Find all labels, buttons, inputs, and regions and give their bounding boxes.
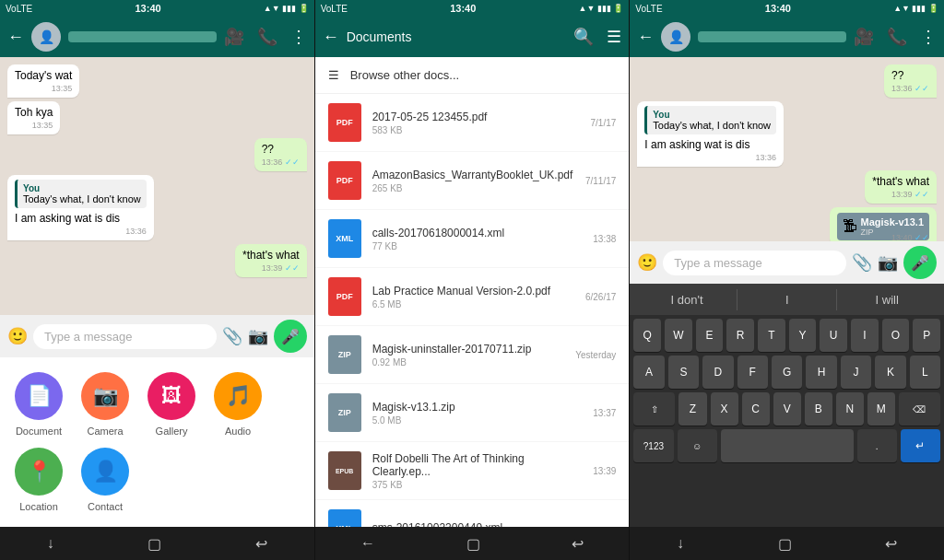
status-volte: VoLTE [6, 4, 32, 14]
key-d[interactable]: D [702, 356, 733, 389]
doc-item-0[interactable]: PDF 2017-05-25 123455.pdf 583 KB 7/1/17 [315, 94, 630, 152]
key-u[interactable]: U [820, 319, 847, 352]
doc-name: Rolf Dobelli The Art of Thinking Clearly… [372, 452, 583, 478]
doc-item-3[interactable]: PDF Lab Practice Manual Version-2.0.pdf … [315, 268, 630, 326]
nav-back-3[interactable]: ↓ [677, 535, 684, 552]
msg-time: 13:39 ✓✓ [872, 190, 929, 199]
key-l[interactable]: L [910, 356, 940, 389]
more-icon-3[interactable]: ⋮ [920, 27, 937, 47]
p3-msg-zip: 🗜 Magisk-v13.1 ZIP 13:40 ✓✓ [830, 207, 937, 241]
attach-audio[interactable]: 🎵 Audio [210, 372, 266, 437]
msg-time: 13:36 ✓✓ [891, 84, 929, 93]
gallery-attach-icon: 🖼 [148, 372, 195, 420]
attach-location[interactable]: 📍 Location [11, 448, 66, 512]
emoji-icon[interactable]: 🙂 [7, 326, 28, 346]
key-x[interactable]: X [711, 392, 738, 426]
key-o[interactable]: O [882, 319, 910, 352]
emoji-icon-3[interactable]: 🙂 [637, 252, 657, 273]
suggestion-1[interactable]: I don't [637, 289, 738, 310]
mic-button-1[interactable]: 🎤 [274, 320, 307, 353]
suggestion-2[interactable]: I [738, 289, 838, 310]
key-g[interactable]: G [772, 356, 802, 389]
key-e[interactable]: E [696, 319, 724, 352]
key-b[interactable]: B [805, 392, 832, 426]
nav-home[interactable]: ▢ [148, 535, 161, 553]
nav-recents[interactable]: ↩ [255, 535, 267, 553]
doc-item-1[interactable]: PDF AmazonBasics_WarrantyBooklet_UK.pdf … [315, 152, 630, 210]
key-q[interactable]: Q [633, 319, 661, 352]
msg-text: I am asking wat is dis [644, 138, 776, 151]
key-z[interactable]: Z [678, 392, 706, 426]
msg-time: 13:39 ✓✓ [242, 263, 300, 273]
back-button-3[interactable]: ← [637, 28, 654, 47]
search-icon[interactable]: 🔍 [573, 27, 594, 47]
key-c[interactable]: C [742, 392, 770, 426]
message-input-1[interactable]: Type a message [33, 324, 217, 349]
attach-contact[interactable]: 👤 Contact [77, 448, 133, 512]
doc-item-7[interactable]: XML sms-20161002200449.xml [315, 500, 630, 527]
mic-button-3[interactable]: 🎤 [903, 246, 937, 279]
nav-back[interactable]: ↓ [47, 535, 54, 552]
key-k[interactable]: K [875, 356, 905, 389]
key-w[interactable]: W [665, 319, 692, 352]
camera-icon[interactable]: 📷 [248, 326, 268, 346]
key-h[interactable]: H [806, 356, 836, 389]
key-r[interactable]: R [726, 319, 754, 352]
video-icon-3[interactable]: 🎥 [854, 27, 874, 47]
phone-icon[interactable]: 📞 [257, 27, 277, 47]
status-time-1: 13:40 [135, 3, 160, 14]
attach-icon-3[interactable]: 📎 [852, 252, 872, 273]
nav-recents-3[interactable]: ↩ [885, 535, 897, 553]
key-p[interactable]: P [913, 319, 940, 352]
key-shift[interactable]: ⇧ [633, 392, 675, 426]
key-y[interactable]: Y [789, 319, 817, 352]
more-icon[interactable]: ⋮ [290, 27, 307, 47]
back-button-1[interactable]: ← [7, 28, 24, 47]
key-t[interactable]: T [758, 319, 785, 352]
filter-icon[interactable]: ☰ [607, 27, 621, 47]
back-button-2[interactable]: ← [323, 28, 339, 47]
video-icon[interactable]: 🎥 [224, 27, 244, 47]
suggestion-3[interactable]: I will [837, 289, 937, 310]
key-emoji[interactable]: ☺ [678, 429, 717, 462]
camera-attach-icon: 📷 [81, 372, 129, 420]
doc-date: 7/11/17 [585, 176, 616, 186]
msg-time: 13:40 ✓✓ [891, 233, 929, 241]
browse-other-docs[interactable]: ☰ Browse other docs... [315, 57, 630, 94]
nav-recents-2[interactable]: ↩ [572, 535, 584, 553]
attach-gallery[interactable]: 🖼 Gallery [144, 372, 199, 437]
tick-marks: ✓✓ [914, 84, 929, 93]
doc-item-6[interactable]: EPUB Rolf Dobelli The Art of Thinking Cl… [315, 442, 630, 500]
attach-document[interactable]: 📄 Document [11, 372, 66, 437]
key-v[interactable]: V [773, 392, 801, 426]
nav-home-3[interactable]: ▢ [778, 535, 792, 553]
key-enter[interactable]: ↵ [901, 429, 940, 462]
doc-item-2[interactable]: XML calls-20170618000014.xml 77 KB 13:38 [315, 210, 630, 268]
key-j[interactable]: J [841, 356, 871, 389]
suggestion-bar: I don't I I will [630, 284, 944, 315]
attach-camera[interactable]: 📷 Camera [77, 372, 133, 437]
doc-size: 5.0 MB [372, 415, 583, 426]
attach-icon[interactable]: 📎 [222, 326, 242, 346]
phone-icon-3[interactable]: 📞 [887, 27, 907, 47]
key-row-3: ⇧ Z X C V B N M ⌫ [633, 392, 940, 426]
key-f[interactable]: F [738, 356, 768, 389]
nav-home-2[interactable]: ▢ [466, 535, 480, 553]
key-123[interactable]: ?123 [633, 429, 673, 462]
key-n[interactable]: N [836, 392, 864, 426]
key-s[interactable]: S [668, 356, 699, 389]
nav-back-2[interactable]: ← [360, 535, 375, 552]
doc-date: Yesterday [575, 350, 616, 360]
key-period[interactable]: . [857, 429, 897, 462]
key-i[interactable]: I [851, 319, 879, 352]
doc-item-4[interactable]: ZIP Magisk-uninstaller-20170711.zip 0.92… [315, 326, 630, 384]
key-backspace[interactable]: ⌫ [899, 392, 940, 426]
toolbar-icons-3: 🎥 📞 ⋮ [854, 27, 937, 47]
message-input-3[interactable]: Type a message [663, 251, 846, 275]
key-space[interactable] [721, 429, 854, 462]
doc-item-5[interactable]: ZIP Magisk-v13.1.zip 5.0 MB 13:37 [315, 384, 630, 442]
camera-icon-3[interactable]: 📷 [878, 252, 898, 273]
toolbar-1: ← 👤 🎥 📞 ⋮ [0, 17, 314, 57]
key-m[interactable]: M [867, 392, 895, 426]
key-a[interactable]: A [633, 356, 664, 389]
